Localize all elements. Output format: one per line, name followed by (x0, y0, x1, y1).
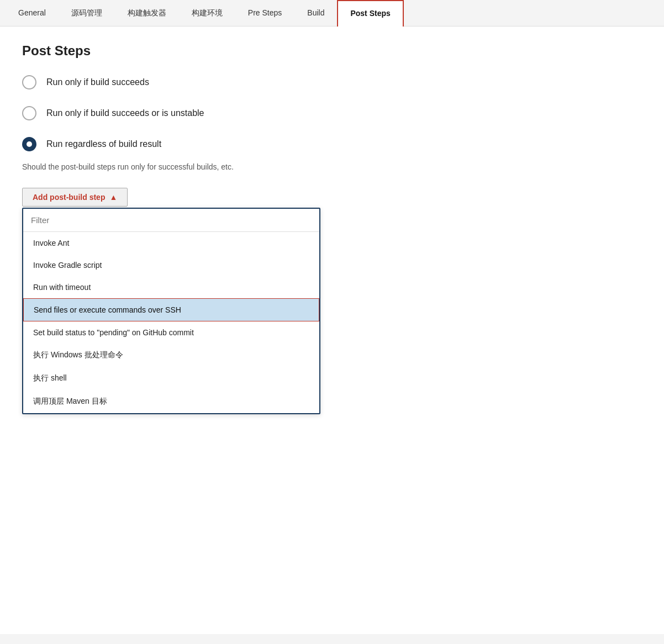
tab-build[interactable]: Build (294, 0, 337, 27)
radio-options: Run only if build succeedsRun only if bu… (22, 75, 642, 151)
description-text: Should the post-build steps run only for… (22, 162, 642, 171)
radio-circle-run-success (22, 75, 36, 89)
page-title: Post Steps (22, 43, 642, 59)
tab-trigger[interactable]: 构建触发器 (115, 0, 179, 27)
add-post-build-step-button[interactable]: Add post-build step ▲ (22, 188, 128, 207)
radio-circle-run-success-unstable (22, 106, 36, 120)
filter-input[interactable] (23, 209, 319, 232)
tab-bar: General源码管理构建触发器构建环境Pre StepsBuildPost S… (0, 0, 664, 27)
tab-presteps[interactable]: Pre Steps (235, 0, 294, 27)
tab-source[interactable]: 源码管理 (59, 0, 115, 27)
dropdown-item-exec-shell[interactable]: 执行 shell (23, 367, 319, 390)
radio-label-run-always: Run regardless of build result (46, 139, 161, 149)
dropdown-item-invoke-ant[interactable]: Invoke Ant (23, 232, 319, 254)
tab-general[interactable]: General (6, 0, 59, 27)
dropdown-item-run-timeout[interactable]: Run with timeout (23, 276, 319, 298)
dropdown-item-exec-windows[interactable]: 执行 Windows 批处理命令 (23, 344, 319, 367)
radio-option-run-success-unstable[interactable]: Run only if build succeeds or is unstabl… (22, 106, 642, 120)
dropdown-item-set-build-status[interactable]: Set build status to "pending" on GitHub … (23, 321, 319, 344)
radio-label-run-success: Run only if build succeeds (46, 77, 149, 87)
dropdown-item-send-ssh[interactable]: Send files or execute commands over SSH (23, 298, 319, 321)
tab-poststeps[interactable]: Post Steps (337, 0, 403, 27)
main-content: Post Steps Run only if build succeedsRun… (0, 27, 664, 634)
dropdown-list: Invoke AntInvoke Gradle scriptRun with t… (23, 232, 319, 413)
radio-option-run-success[interactable]: Run only if build succeeds (22, 75, 642, 89)
dropdown-wrapper: Add post-build step ▲ Invoke AntInvoke G… (22, 188, 128, 207)
tab-env[interactable]: 构建环境 (179, 0, 235, 27)
dropdown-panel: Invoke AntInvoke Gradle scriptRun with t… (22, 208, 320, 414)
radio-option-run-always[interactable]: Run regardless of build result (22, 137, 642, 151)
dropdown-item-invoke-maven[interactable]: 调用顶层 Maven 目标 (23, 390, 319, 413)
add-step-icon: ▲ (109, 193, 117, 202)
radio-label-run-success-unstable: Run only if build succeeds or is unstabl… (46, 108, 204, 118)
add-step-label: Add post-build step (33, 193, 105, 202)
dropdown-item-invoke-gradle[interactable]: Invoke Gradle script (23, 254, 319, 276)
radio-circle-run-always (22, 137, 36, 151)
